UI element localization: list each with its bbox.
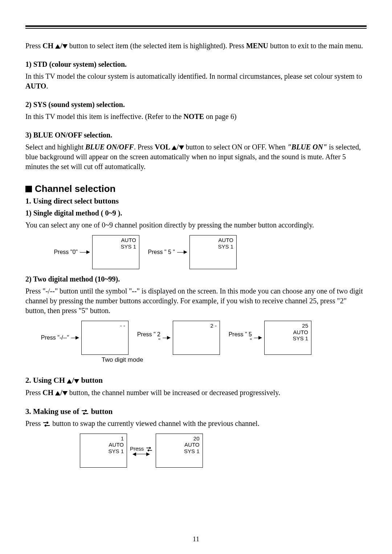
- tv-screen: 25 AUTO SYS 1: [264, 321, 311, 355]
- down-triangle-icon: [62, 391, 68, 395]
- arrow-right-icon: [167, 336, 171, 340]
- swap-icon: [81, 410, 89, 415]
- bidirectional-arrow-icon: [130, 452, 152, 456]
- tv-screen: 20 AUTO SYS 1: [156, 434, 203, 468]
- intro-paragraph: Press CH / button to select item (the se…: [25, 41, 367, 51]
- up-triangle-icon: [55, 391, 60, 395]
- hr-thin: [25, 28, 367, 29]
- press-label: Press " 5 ": [144, 249, 177, 255]
- up-triangle-icon: [67, 379, 72, 383]
- tv-screen: 2 -: [173, 321, 220, 355]
- std-heading: 1) STD (colour system) selection.: [25, 59, 367, 69]
- press-label: Press "-/--": [36, 335, 71, 341]
- press-label: Press " 2 ": [134, 331, 163, 344]
- arrow-right-icon: [86, 250, 90, 254]
- swap-icon: [146, 447, 153, 451]
- down-triangle-icon: [74, 379, 79, 383]
- hr-thick: [25, 25, 367, 27]
- single-digital-heading: 1) Single digital method ( 0~9 ).: [25, 208, 367, 218]
- diagram-single-digit: Press "0" AUTO SYS 1 Press " 5 " AUTO SY…: [47, 235, 367, 269]
- down-triangle-icon: [62, 44, 68, 49]
- arrow-right-icon: [75, 336, 79, 340]
- making-use-body: Press button to swap the currently viewe…: [25, 419, 367, 428]
- swap-icon: [42, 422, 50, 427]
- up-triangle-icon: [172, 145, 177, 150]
- arrow-right-icon: [184, 250, 187, 254]
- std-body: In this TV model the colour system is au…: [25, 71, 367, 91]
- up-triangle-icon: [55, 44, 60, 49]
- press-label: Press: [130, 446, 146, 452]
- page-number: 11: [0, 535, 392, 543]
- section-channel-selection: Channel selection: [25, 183, 367, 194]
- sys-heading: 2) SYS (sound system) selection.: [25, 100, 367, 110]
- using-ch-body: Press CH / button, the channel number wi…: [25, 388, 367, 398]
- press-label: Press " 5 ": [225, 331, 254, 344]
- making-use-heading: 3. Making use of button: [25, 406, 367, 416]
- two-digit-caption: Two digit mode: [102, 356, 367, 364]
- using-direct-heading: 1. Using direct select buttons: [25, 196, 367, 206]
- tv-screen: 1 AUTO SYS 1: [80, 434, 127, 468]
- down-triangle-icon: [179, 145, 184, 150]
- square-bullet-icon: [25, 186, 32, 192]
- blue-body: Select and highlight BLUE ON/OFF. Press …: [25, 142, 367, 172]
- tv-screen: - -: [81, 321, 128, 355]
- two-digital-body: Press "-/--" button until the symbol "--…: [25, 286, 367, 316]
- manual-page: Press CH / button to select item (the se…: [0, 0, 392, 554]
- blue-heading: 3) BLUE ON/OFF selection.: [25, 130, 367, 140]
- two-digital-heading: 2) Two digital method (10~99).: [25, 274, 367, 284]
- single-digital-body: You can select any one of 0~9 channel po…: [25, 220, 367, 230]
- diagram-swap: 1 AUTO SYS 1 Press 20 AUTO SYS 1: [80, 434, 367, 468]
- press-label: Press "0": [47, 249, 80, 255]
- tv-screen: AUTO SYS 1: [92, 235, 139, 269]
- diagram-two-digit: Press "-/--" - - Press " 2 " 2 - Press "…: [36, 321, 367, 364]
- using-ch-heading: 2. Using CH / button: [25, 375, 367, 385]
- arrow-right-icon: [258, 336, 262, 340]
- sys-body: In this TV model this item is ineffectiv…: [25, 112, 367, 122]
- tv-screen: AUTO SYS 1: [189, 235, 237, 269]
